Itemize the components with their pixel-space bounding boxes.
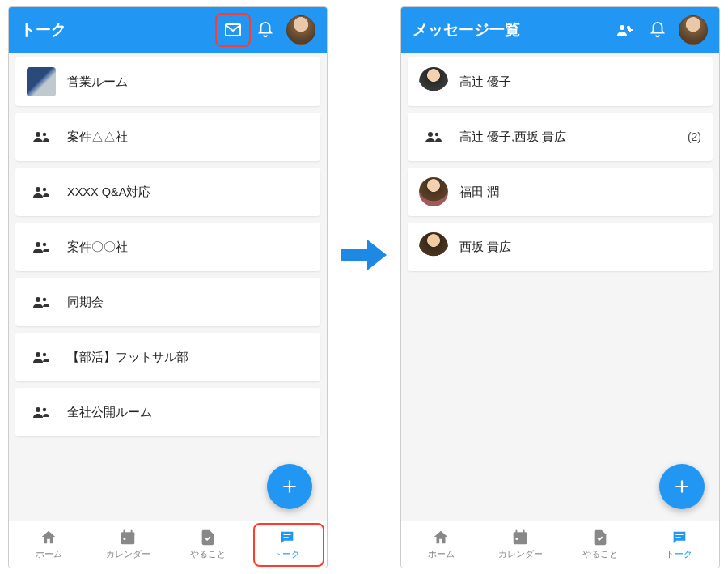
group-icon xyxy=(27,177,56,206)
contact-name: 高辻 優子 xyxy=(459,74,701,90)
svg-point-7 xyxy=(36,297,40,302)
bell-icon-button[interactable] xyxy=(249,14,281,46)
contact-avatar xyxy=(419,177,448,206)
talk-room-item[interactable]: 全社公開ルーム xyxy=(15,388,320,436)
svg-point-10 xyxy=(43,353,46,356)
group-icon xyxy=(27,232,56,261)
nav-calendar[interactable]: カレンダー xyxy=(480,521,560,568)
nav-talk[interactable]: トーク xyxy=(640,521,719,568)
svg-point-4 xyxy=(43,188,46,191)
fab-add-button[interactable] xyxy=(267,464,312,509)
room-label: 営業ルーム xyxy=(67,74,309,90)
group-icon xyxy=(27,122,56,151)
talk-room-item[interactable]: 【部活】フットサル部 xyxy=(15,333,320,381)
nav-label: ホーム xyxy=(36,548,62,560)
contact-name: 西坂 貴広 xyxy=(459,240,701,255)
app-header: メッセージ一覧 xyxy=(401,7,719,53)
page-title: メッセージ一覧 xyxy=(413,19,609,40)
bottom-nav: ホーム カレンダー やること トーク xyxy=(9,521,327,568)
talk-room-item[interactable]: 営業ルーム xyxy=(15,57,320,106)
svg-point-11 xyxy=(36,407,40,412)
phone-after: メッセージ一覧 高辻 優子 高辻 優子,西坂 貴広 (2) 福田 潤 西坂 貴広 xyxy=(400,6,720,568)
group-icon xyxy=(27,342,56,372)
svg-point-12 xyxy=(43,408,46,411)
add-group-icon-button[interactable] xyxy=(609,14,641,46)
svg-point-9 xyxy=(36,352,40,357)
page-title: トーク xyxy=(20,19,217,40)
group-icon xyxy=(419,122,448,151)
group-icon xyxy=(27,398,56,427)
nav-label: やること xyxy=(582,548,618,560)
room-label: 全社公開ルーム xyxy=(67,405,309,420)
transition-arrow-icon xyxy=(340,235,388,275)
svg-point-2 xyxy=(43,133,46,136)
message-list: 高辻 優子 高辻 優子,西坂 貴広 (2) 福田 潤 西坂 貴広 xyxy=(401,53,719,521)
profile-avatar[interactable] xyxy=(286,15,315,45)
talk-room-item[interactable]: XXXX Q&A対応 xyxy=(15,168,320,216)
room-label: XXXX Q&A対応 xyxy=(67,185,309,200)
svg-rect-14 xyxy=(121,533,135,536)
svg-rect-15 xyxy=(124,538,126,540)
svg-point-16 xyxy=(620,25,624,30)
talk-room-item[interactable]: 同期会 xyxy=(15,278,320,326)
room-label: 同期会 xyxy=(67,295,309,310)
nav-home[interactable]: ホーム xyxy=(9,521,88,568)
nav-talk[interactable]: トーク xyxy=(248,521,327,568)
profile-avatar[interactable] xyxy=(679,15,708,45)
nav-label: カレンダー xyxy=(106,548,150,560)
svg-point-19 xyxy=(435,133,438,136)
svg-rect-22 xyxy=(516,538,518,540)
nav-calendar[interactable]: カレンダー xyxy=(88,521,167,568)
nav-label: トーク xyxy=(273,548,300,560)
room-label: 案件△△社 xyxy=(67,130,309,145)
message-item[interactable]: 福田 潤 xyxy=(408,168,713,216)
svg-point-8 xyxy=(43,298,46,301)
svg-rect-21 xyxy=(514,533,527,536)
room-photo-icon xyxy=(27,67,56,96)
message-item[interactable]: 高辻 優子 xyxy=(408,57,713,106)
group-icon xyxy=(27,287,56,317)
contact-name: 高辻 優子,西坂 貴広 xyxy=(459,130,688,145)
svg-point-18 xyxy=(428,132,433,137)
fab-add-button[interactable] xyxy=(659,464,705,509)
mail-icon-button[interactable] xyxy=(217,14,249,46)
app-header: トーク xyxy=(9,7,327,53)
phone-before: トーク 営業ルーム 案件△△社 XXXX Q&A対応 xyxy=(8,6,328,568)
talk-room-item[interactable]: 案件〇〇社 xyxy=(15,223,320,271)
room-label: 【部活】フットサル部 xyxy=(67,350,309,365)
contact-avatar xyxy=(419,232,448,261)
talk-room-item[interactable]: 案件△△社 xyxy=(15,113,320,161)
svg-point-6 xyxy=(43,243,46,246)
contact-avatar xyxy=(419,67,448,96)
bell-icon-button[interactable] xyxy=(641,14,674,46)
member-count: (2) xyxy=(688,130,701,143)
nav-todo[interactable]: やること xyxy=(561,521,640,568)
room-label: 案件〇〇社 xyxy=(67,240,309,255)
svg-point-5 xyxy=(36,242,40,247)
contact-name: 福田 潤 xyxy=(459,185,701,200)
bottom-nav: ホーム カレンダー やること トーク xyxy=(401,521,719,568)
talk-list: 営業ルーム 案件△△社 XXXX Q&A対応 案件〇〇社 同期会 xyxy=(9,53,327,521)
svg-point-3 xyxy=(36,187,40,192)
nav-label: やること xyxy=(190,548,226,560)
nav-label: カレンダー xyxy=(498,548,543,560)
message-item[interactable]: 高辻 優子,西坂 貴広 (2) xyxy=(408,113,713,161)
nav-home[interactable]: ホーム xyxy=(401,521,480,568)
nav-label: トーク xyxy=(666,548,692,560)
svg-point-1 xyxy=(36,132,40,137)
nav-label: ホーム xyxy=(428,548,455,560)
nav-todo[interactable]: やること xyxy=(168,521,248,568)
message-item[interactable]: 西坂 貴広 xyxy=(408,223,713,271)
